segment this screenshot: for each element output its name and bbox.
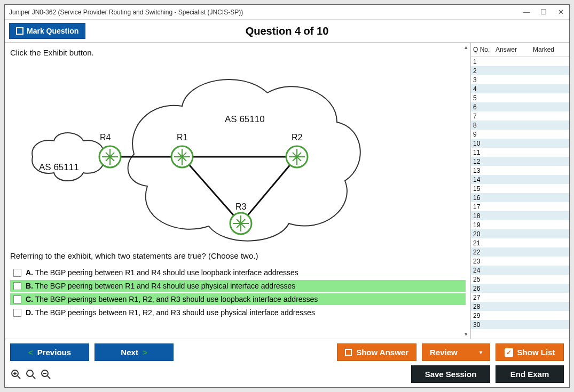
checked-icon: ✓	[505, 348, 513, 357]
next-label: Next	[121, 348, 138, 357]
review-button[interactable]: Review ▾	[422, 343, 490, 361]
row-number: 16	[473, 194, 496, 202]
r3-label: R3	[235, 202, 246, 212]
question-row[interactable]: 2	[471, 66, 569, 75]
question-row[interactable]: 6	[471, 102, 569, 111]
show-answer-button[interactable]: Show Answer	[337, 343, 416, 361]
question-row[interactable]: 18	[471, 211, 569, 220]
question-row[interactable]: 15	[471, 184, 569, 193]
question-list-body[interactable]: 1234567891011121314151617181920212223242…	[471, 57, 569, 339]
option-d[interactable]: D. The BGP peerings between R1, R2, and …	[10, 307, 466, 318]
router-r3-icon	[230, 213, 251, 234]
question-row[interactable]: 10	[471, 139, 569, 148]
checkbox-icon[interactable]	[13, 282, 21, 290]
close-icon[interactable]: ✕	[556, 8, 565, 17]
svg-line-13	[33, 376, 35, 379]
checkbox-icon[interactable]	[13, 309, 21, 317]
row-number: 8	[473, 122, 496, 129]
row-number: 7	[473, 113, 496, 120]
svg-line-9	[18, 376, 20, 379]
question-row[interactable]: 28	[471, 302, 569, 311]
question-row[interactable]: 26	[471, 284, 569, 293]
question-row[interactable]: 22	[471, 247, 569, 257]
question-row[interactable]: 27	[471, 293, 569, 302]
checkbox-icon[interactable]	[13, 269, 21, 277]
question-row[interactable]: 16	[471, 193, 569, 202]
scroll-up-icon[interactable]: ▴	[465, 44, 468, 51]
question-row[interactable]: 13	[471, 166, 569, 175]
question-row[interactable]: 4	[471, 84, 569, 93]
question-row[interactable]: 9	[471, 130, 569, 139]
row-number: 27	[473, 294, 496, 301]
arrow-left-icon: <	[28, 348, 33, 357]
question-row[interactable]: 17	[471, 202, 569, 211]
app-window: Juniper JN0-362 (Service Provider Routin…	[4, 4, 570, 388]
mark-button-label: Mark Question	[27, 27, 78, 35]
zoom-out-icon[interactable]	[40, 369, 52, 380]
question-list-panel: Q No. Answer Marked 12345678910111213141…	[470, 43, 569, 339]
question-counter: Question 4 of 10	[246, 25, 329, 37]
minimize-icon[interactable]: —	[522, 8, 531, 17]
show-list-label: Show List	[517, 348, 555, 357]
question-row[interactable]: 3	[471, 75, 569, 84]
row-number: 25	[473, 276, 496, 283]
row-number: 21	[473, 239, 496, 247]
question-row[interactable]: 19	[471, 220, 569, 229]
question-row[interactable]: 23	[471, 257, 569, 266]
zoom-in-icon[interactable]	[10, 369, 22, 380]
question-row[interactable]: 7	[471, 111, 569, 121]
window-controls: — ☐ ✕	[522, 8, 565, 17]
question-row[interactable]: 30	[471, 320, 569, 329]
end-exam-button[interactable]: End Exam	[496, 365, 564, 383]
options-list: A. The BGP peering between R1 and R4 sho…	[10, 267, 466, 318]
option-b[interactable]: B. The BGP peering between R1 and R4 sho…	[10, 280, 466, 292]
question-intro: Click the Exhibit button.	[10, 48, 466, 57]
save-session-button[interactable]: Save Session	[411, 365, 490, 383]
question-row[interactable]: 11	[471, 148, 569, 157]
row-number: 29	[473, 312, 496, 319]
question-row[interactable]: 8	[471, 121, 569, 130]
show-list-button[interactable]: ✓ Show List	[496, 343, 564, 361]
row-number: 20	[473, 230, 496, 238]
question-panel[interactable]: ▴ Click the Exhibit button.	[5, 43, 470, 339]
question-row[interactable]: 29	[471, 311, 569, 320]
row-number: 3	[473, 76, 496, 84]
question-row[interactable]: 24	[471, 266, 569, 275]
row-number: 30	[473, 321, 496, 329]
end-exam-label: End Exam	[510, 370, 549, 379]
router-r4-icon	[99, 146, 121, 167]
zoom-controls	[10, 369, 52, 380]
option-a[interactable]: A. The BGP peering between R1 and R4 sho…	[10, 267, 466, 278]
mark-question-button[interactable]: Mark Question	[9, 23, 85, 39]
question-row[interactable]: 25	[471, 275, 569, 284]
scroll-down-icon[interactable]: ▾	[465, 331, 468, 338]
exam-header: Mark Question Question 4 of 10	[5, 20, 569, 42]
row-number: 10	[473, 140, 496, 147]
question-row[interactable]: 12	[471, 157, 569, 166]
row-number: 17	[473, 203, 496, 211]
row-number: 4	[473, 85, 496, 93]
option-c[interactable]: C. The BGP peerings between R1, R2, and …	[10, 293, 466, 305]
question-row[interactable]: 20	[471, 229, 569, 238]
maximize-icon[interactable]: ☐	[539, 8, 548, 17]
row-number: 1	[473, 58, 496, 66]
checkbox-icon	[345, 349, 352, 356]
row-number: 26	[473, 285, 496, 292]
question-row[interactable]: 1	[471, 57, 569, 66]
row-number: 19	[473, 221, 496, 229]
row-number: 28	[473, 303, 496, 310]
next-button[interactable]: Next >	[95, 343, 174, 361]
r4-label: R4	[100, 133, 111, 142]
review-label: Review	[430, 348, 458, 357]
arrow-right-icon: >	[143, 348, 147, 357]
question-row[interactable]: 5	[471, 93, 569, 102]
previous-button[interactable]: < Previous	[10, 343, 89, 361]
question-row[interactable]: 21	[471, 238, 569, 247]
svg-line-2	[182, 157, 241, 223]
question-row[interactable]: 14	[471, 175, 569, 184]
checkbox-icon[interactable]	[13, 295, 21, 303]
zoom-reset-icon[interactable]	[25, 369, 37, 380]
exhibit-diagram: AS 65110 AS 65111 R4 R1 R2 R3	[27, 63, 369, 245]
row-number: 14	[473, 176, 496, 183]
mark-checkbox-icon	[16, 27, 23, 35]
